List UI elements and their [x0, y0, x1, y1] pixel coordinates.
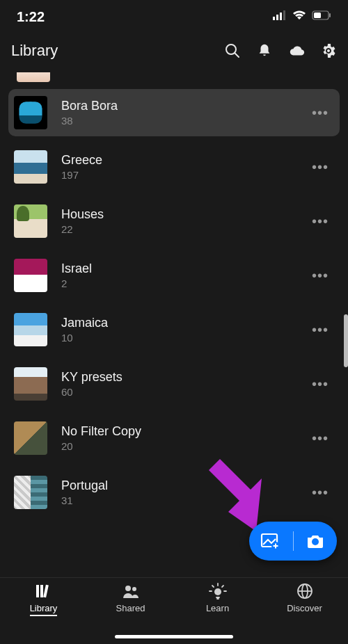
more-icon[interactable]: ••• — [310, 320, 330, 339]
album-row[interactable]: KY presets60••• — [8, 360, 340, 408]
add-photo-button[interactable] — [249, 522, 293, 561]
add-fab[interactable] — [249, 522, 337, 561]
album-thumbnail — [14, 367, 47, 401]
nav-label: Shared — [116, 603, 145, 613]
album-count: 10 — [61, 332, 310, 344]
album-name: No Filter Copy — [61, 424, 310, 439]
album-text: Portugal31 — [61, 478, 310, 506]
more-icon[interactable]: ••• — [310, 374, 330, 394]
album-name: Jamaica — [61, 316, 310, 330]
status-indicators — [273, 10, 331, 23]
scroll-indicator[interactable] — [344, 314, 348, 367]
album-thumbnail — [14, 421, 47, 455]
cellular-icon — [273, 10, 287, 23]
cloud-icon[interactable] — [288, 42, 305, 59]
bottom-nav: Library Shared Learn Discover — [0, 577, 348, 644]
album-row[interactable]: Greece197••• — [8, 143, 340, 191]
battery-icon — [312, 10, 331, 23]
album-count: 22 — [61, 223, 310, 235]
more-icon[interactable]: ••• — [310, 266, 330, 285]
shared-icon — [122, 582, 140, 600]
header-actions — [224, 42, 337, 59]
learn-icon — [209, 582, 227, 600]
svg-rect-3 — [283, 10, 285, 20]
svg-rect-5 — [314, 13, 321, 18]
more-icon[interactable]: ••• — [310, 483, 330, 502]
album-row[interactable]: Jamaica10••• — [8, 306, 340, 353]
more-icon[interactable]: ••• — [310, 211, 330, 231]
more-icon[interactable]: ••• — [310, 103, 330, 122]
album-text: Jamaica10 — [61, 316, 310, 344]
svg-rect-15 — [36, 585, 39, 597]
album-count: 60 — [61, 386, 310, 398]
notifications-icon[interactable] — [256, 42, 273, 59]
svg-rect-16 — [40, 585, 43, 597]
album-count: 38 — [61, 115, 310, 127]
album-thumbnail — [14, 476, 47, 509]
nav-label: Library — [30, 603, 58, 616]
search-icon[interactable] — [224, 42, 241, 59]
album-name: Houses — [61, 207, 310, 222]
album-count: 2 — [61, 277, 310, 289]
svg-point-14 — [312, 538, 319, 545]
more-icon[interactable]: ••• — [310, 157, 330, 177]
partial-row-above — [8, 72, 340, 82]
nav-discover[interactable]: Discover — [261, 582, 348, 644]
svg-point-18 — [125, 586, 131, 591]
album-thumbnail — [17, 72, 50, 82]
svg-point-20 — [214, 588, 221, 595]
svg-rect-6 — [329, 13, 331, 17]
album-text: Greece197 — [61, 153, 310, 181]
library-icon — [35, 582, 53, 600]
album-list: Bora Bora38•••Greece197•••Houses22•••Isr… — [0, 68, 348, 576]
album-name: Israel — [61, 261, 310, 276]
album-text: Bora Bora38 — [61, 99, 310, 127]
nav-label: Learn — [206, 603, 229, 613]
settings-icon[interactable] — [320, 42, 337, 59]
svg-rect-2 — [280, 13, 282, 20]
nav-library[interactable]: Library — [0, 582, 87, 644]
album-name: Portugal — [61, 478, 310, 493]
album-thumbnail — [14, 204, 47, 238]
svg-point-19 — [132, 587, 136, 591]
album-text: Israel2 — [61, 261, 310, 289]
album-thumbnail — [14, 259, 47, 292]
nav-label: Discover — [287, 603, 322, 613]
album-thumbnail — [14, 96, 47, 129]
svg-rect-17 — [43, 585, 49, 597]
svg-rect-1 — [276, 15, 278, 20]
album-name: KY presets — [61, 370, 310, 385]
app-header: Library — [0, 33, 348, 68]
status-bar: 1:22 — [0, 0, 348, 33]
svg-line-25 — [222, 586, 223, 587]
album-thumbnail — [14, 150, 47, 184]
album-count: 197 — [61, 169, 310, 181]
svg-rect-0 — [273, 17, 275, 20]
svg-line-8 — [235, 53, 239, 57]
album-count: 31 — [61, 494, 310, 506]
discover-icon — [296, 582, 314, 600]
album-row[interactable]: Portugal31••• — [8, 469, 340, 516]
album-row[interactable]: Bora Bora38••• — [8, 89, 340, 136]
page-title: Library — [11, 42, 224, 60]
album-row[interactable]: No Filter Copy20••• — [8, 414, 340, 462]
album-row[interactable]: Houses22••• — [8, 198, 340, 245]
home-indicator[interactable] — [115, 635, 233, 638]
more-icon[interactable]: ••• — [310, 428, 330, 448]
album-text: Houses22 — [61, 207, 310, 235]
album-count: 20 — [61, 440, 310, 452]
album-row[interactable]: Israel2••• — [8, 252, 340, 299]
album-text: KY presets60 — [61, 370, 310, 398]
album-name: Greece — [61, 153, 310, 168]
album-name: Bora Bora — [61, 99, 310, 113]
album-text: No Filter Copy20 — [61, 424, 310, 452]
status-time: 1:22 — [17, 9, 45, 25]
album-thumbnail — [14, 313, 47, 346]
wifi-icon — [292, 10, 306, 23]
svg-line-24 — [212, 586, 214, 587]
camera-button[interactable] — [294, 522, 338, 561]
